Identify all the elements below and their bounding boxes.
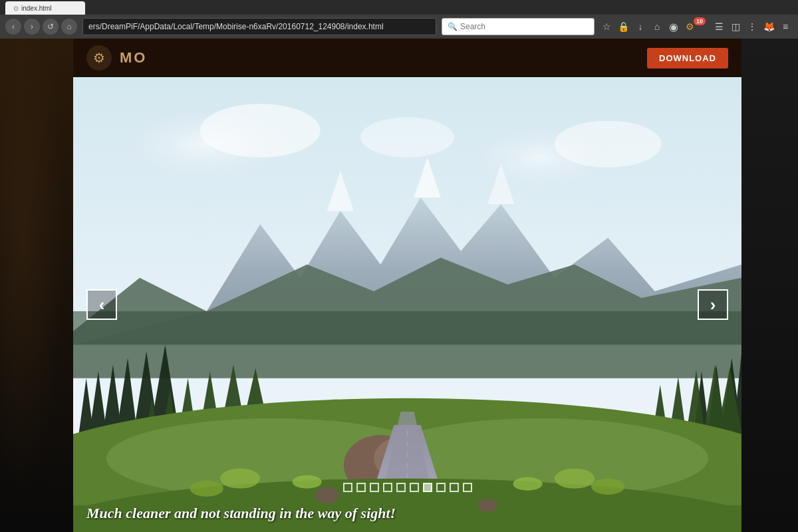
svg-point-4: [555, 120, 662, 167]
slider-wrapper: ‹ ›: [73, 77, 741, 532]
prev-arrow-icon: ‹: [99, 295, 105, 315]
slider-dot-9[interactable]: [463, 483, 472, 492]
address-bar-container: [82, 18, 436, 35]
extra-button[interactable]: 🦊: [761, 19, 776, 34]
slider-dot-4[interactable]: [396, 483, 406, 492]
browser-tabs: ⊙ index.html: [0, 0, 798, 15]
download-browser-button[interactable]: ↓: [633, 19, 648, 34]
slider-prev-button[interactable]: ‹: [86, 289, 117, 320]
svg-point-5: [360, 117, 454, 157]
privacy-button[interactable]: ◉: [666, 19, 681, 34]
home-button[interactable]: ⌂: [61, 19, 77, 35]
sidebar-bg-image: [0, 39, 73, 532]
slider-dot-5[interactable]: [410, 483, 419, 492]
browser-chrome: ⊙ index.html ‹ › ↺ ⌂ 🔍 ☆ 🔒 ↓ ⌂ ◉: [0, 0, 798, 39]
main-content: ⚙ MO DOWNLOAD: [73, 39, 741, 532]
menu-button[interactable]: ☰: [712, 19, 726, 34]
overflow-button[interactable]: ≡: [778, 19, 793, 34]
slider-dot-0[interactable]: [343, 483, 352, 492]
slider-dot-7[interactable]: [436, 483, 446, 492]
slider-next-button[interactable]: ›: [698, 289, 728, 320]
slider-dot-1[interactable]: [356, 483, 366, 492]
gear-icon-wrap[interactable]: ⚙: [86, 45, 112, 70]
svg-point-50: [591, 479, 624, 495]
slider-dot-3[interactable]: [383, 483, 392, 492]
download-button[interactable]: DOWNLOAD: [647, 48, 728, 68]
next-arrow-icon: ›: [710, 295, 716, 315]
browser-tab-active[interactable]: ⊙ index.html: [5, 1, 85, 15]
address-bar[interactable]: [88, 22, 430, 31]
svg-point-44: [315, 487, 339, 503]
svg-point-51: [513, 477, 542, 491]
svg-point-47: [190, 481, 223, 497]
lock-button[interactable]: 🔒: [616, 19, 631, 34]
slider-dot-6[interactable]: [423, 483, 432, 492]
sidebar-left: [0, 39, 73, 532]
svg-point-49: [555, 468, 595, 488]
extensions-area: ⚙ 10: [683, 19, 710, 34]
slide-svg: [73, 77, 741, 532]
svg-point-2: [200, 104, 321, 157]
search-input[interactable]: [460, 22, 589, 31]
slider-dot-8[interactable]: [450, 483, 459, 492]
forward-button[interactable]: ›: [24, 19, 40, 35]
app-area: ⚙ MO DOWNLOAD: [0, 39, 798, 532]
bookmark-button[interactable]: ☆: [600, 19, 614, 34]
browser-toolbar: ‹ › ↺ ⌂ 🔍 ☆ 🔒 ↓ ⌂ ◉ ⚙ 10 ☰ ◫: [0, 15, 798, 39]
slider-dot-2[interactable]: [370, 483, 379, 492]
slide-image: [73, 77, 741, 532]
home-toolbar-button[interactable]: ⌂: [650, 19, 664, 34]
svg-point-46: [220, 468, 260, 488]
notification-badge: 10: [694, 17, 706, 25]
slide-caption: Much cleaner and not standing in the way…: [86, 505, 728, 522]
app-title: MO: [120, 49, 147, 66]
sidebar-toggle[interactable]: ◫: [728, 19, 743, 34]
search-icon: 🔍: [448, 22, 458, 31]
app-header: ⚙ MO DOWNLOAD: [73, 39, 741, 77]
svg-point-48: [292, 475, 321, 489]
back-button[interactable]: ‹: [5, 19, 21, 35]
svg-rect-11: [73, 311, 741, 344]
more-button[interactable]: ⋮: [745, 19, 759, 34]
refresh-button[interactable]: ↺: [43, 19, 59, 35]
gear-icon: ⚙: [93, 50, 105, 66]
search-bar-container: 🔍: [442, 18, 595, 35]
slider-dots: [343, 483, 472, 492]
sidebar-right: [741, 39, 798, 532]
toolbar-icons: ☆ 🔒 ↓ ⌂ ◉ ⚙ 10 ☰ ◫ ⋮ 🦊 ≡: [600, 19, 793, 34]
slider-container: ‹ ›: [73, 77, 741, 532]
